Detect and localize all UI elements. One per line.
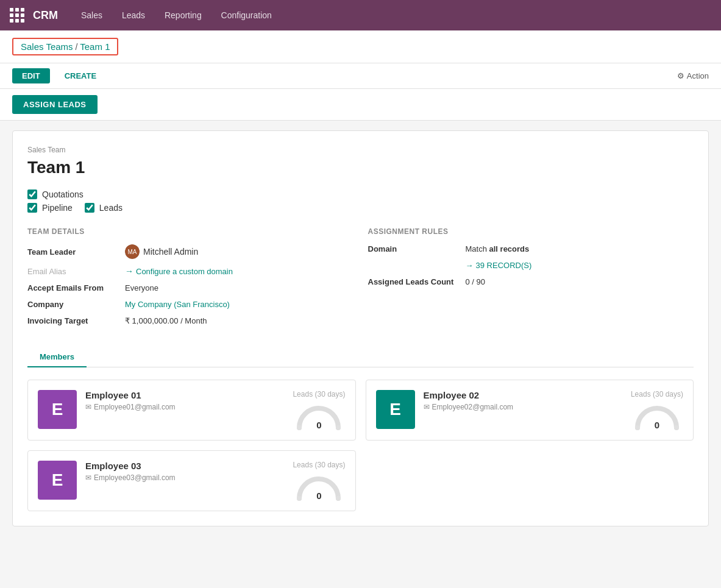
breadcrumb-parent[interactable]: Sales Teams xyxy=(21,41,73,52)
team-leader-value-container: MA Mitchell Admin xyxy=(125,244,353,259)
accept-emails-label: Accept Emails From xyxy=(27,283,125,292)
quotations-label: Quotations xyxy=(42,190,83,199)
configure-domain-link[interactable]: → Configure a custom domain xyxy=(125,266,353,276)
leads-30-label: Leads (30 days) xyxy=(631,390,683,398)
assigned-leads-label: Assigned Leads Count xyxy=(368,277,466,286)
members-grid: E Employee 01 ✉ Employee01@gmail.com Lea… xyxy=(27,380,694,511)
member-email: ✉ Employee02@gmail.com xyxy=(424,403,622,411)
team-leader-name: Mitchell Admin xyxy=(143,247,198,257)
member-leads-section: Leads (30 days) 0 xyxy=(293,390,345,430)
member-leads-section: Leads (30 days) 0 xyxy=(293,461,345,501)
member-leads-section: Leads (30 days) 0 xyxy=(631,390,683,430)
team-leader-row: Team Leader MA Mitchell Admin xyxy=(27,244,353,259)
tab-members[interactable]: Members xyxy=(27,347,87,367)
company-link[interactable]: My Company (San Francisco) xyxy=(125,300,353,309)
checkbox-quotations: Quotations xyxy=(27,190,694,199)
assign-leads-button[interactable]: ASSIGN LEADS xyxy=(12,95,98,114)
leads-30-label: Leads (30 days) xyxy=(293,461,345,469)
member-card: E Employee 02 ✉ Employee02@gmail.com Lea… xyxy=(366,380,694,441)
assigned-leads-row: Assigned Leads Count 0 / 90 xyxy=(368,277,694,286)
checkbox-pipeline: Pipeline xyxy=(27,203,73,213)
member-card: E Employee 03 ✉ Employee03@gmail.com Lea… xyxy=(27,450,356,511)
member-email: ✉ Employee01@gmail.com xyxy=(85,403,284,411)
member-name: Employee 01 xyxy=(85,390,284,400)
gauge-container: 0 xyxy=(294,474,343,501)
nav-sales[interactable]: Sales xyxy=(73,0,111,30)
email-icon: ✉ xyxy=(85,473,91,482)
checkbox-leads: Leads xyxy=(85,203,123,213)
arrow-icon: → xyxy=(466,261,474,270)
member-card: E Employee 01 ✉ Employee01@gmail.com Lea… xyxy=(27,380,356,441)
assignment-rules-title: Assignment Rules xyxy=(368,227,694,236)
nav-leads[interactable]: Leads xyxy=(113,0,154,30)
main-nav: Sales Leads Reporting Configuration xyxy=(73,0,280,30)
breadcrumb-bar: Sales Teams / Team 1 xyxy=(0,30,721,63)
assign-bar: ASSIGN LEADS xyxy=(0,89,721,121)
domain-label: Domain xyxy=(368,244,466,253)
member-avatar: E xyxy=(376,390,415,429)
arrow-icon: → xyxy=(125,266,133,276)
email-text: Employee01@gmail.com xyxy=(94,403,176,411)
member-avatar: E xyxy=(38,390,77,429)
email-alias-row: Email Alias → Configure a custom domain xyxy=(27,266,353,276)
records-row: → 39 RECORD(S) xyxy=(368,261,694,270)
email-text: Employee03@gmail.com xyxy=(94,473,176,482)
email-text: Employee02@gmail.com xyxy=(432,403,514,411)
nav-configuration[interactable]: Configuration xyxy=(213,0,280,30)
team-name-heading: Team 1 xyxy=(27,158,694,177)
accept-emails-row: Accept Emails From Everyone xyxy=(27,283,353,292)
configure-link-label: Configure a custom domain xyxy=(136,267,233,276)
checkboxes-section: Quotations Pipeline Leads xyxy=(27,190,694,213)
company-row: Company My Company (San Francisco) xyxy=(27,300,353,309)
brand-logo: CRM xyxy=(33,9,58,22)
domain-row: Domain Match all records xyxy=(368,244,694,253)
member-avatar: E xyxy=(38,461,77,500)
team-leader-label: Team Leader xyxy=(27,247,125,257)
leads-30-label: Leads (30 days) xyxy=(293,390,345,398)
tabs-bar: Members xyxy=(27,347,694,367)
left-buttons: EDIT CREATE xyxy=(12,68,106,83)
edit-button[interactable]: EDIT xyxy=(12,68,50,83)
form-card: Sales Team Team 1 Quotations Pipeline Le… xyxy=(12,130,709,526)
checkbox-row-2: Pipeline Leads xyxy=(27,203,694,213)
create-button[interactable]: CREATE xyxy=(55,68,106,83)
records-link[interactable]: → 39 RECORD(S) xyxy=(466,261,694,270)
member-info: Employee 02 ✉ Employee02@gmail.com xyxy=(424,390,622,411)
avatar: MA xyxy=(125,244,140,259)
gauge-value: 0 xyxy=(294,420,343,430)
leads-checkbox[interactable] xyxy=(85,203,94,213)
gear-icon xyxy=(677,71,684,80)
domain-value: Match all records xyxy=(466,244,694,253)
action-label: Action xyxy=(687,71,709,80)
details-grid: Team Details Team Leader MA Mitchell Adm… xyxy=(27,227,694,333)
svg-text:MA: MA xyxy=(128,249,137,255)
leads-label: Leads xyxy=(99,203,123,213)
accept-emails-value: Everyone xyxy=(125,283,353,292)
breadcrumb: Sales Teams / Team 1 xyxy=(12,38,118,55)
company-label: Company xyxy=(27,300,125,309)
main-content: Sales Team Team 1 Quotations Pipeline Le… xyxy=(0,121,721,536)
pipeline-checkbox[interactable] xyxy=(27,203,37,213)
action-bar: EDIT CREATE Action xyxy=(0,63,721,89)
sales-team-label: Sales Team xyxy=(27,146,694,154)
quotations-checkbox[interactable] xyxy=(27,190,37,199)
nav-reporting[interactable]: Reporting xyxy=(156,0,210,30)
domain-value-prefix: Match xyxy=(466,244,489,253)
invoicing-value: ₹ 1,000,000.00 / Month xyxy=(125,316,353,325)
member-name: Employee 03 xyxy=(85,461,284,471)
team-details-section: Team Details Team Leader MA Mitchell Adm… xyxy=(27,227,353,333)
breadcrumb-current: Team 1 xyxy=(80,41,110,52)
top-navigation: CRM Sales Leads Reporting Configuration xyxy=(0,0,721,30)
action-button[interactable]: Action xyxy=(677,71,709,80)
pipeline-label: Pipeline xyxy=(42,203,73,213)
apps-grid-icon[interactable] xyxy=(10,8,24,23)
invoicing-label: Invoicing Target xyxy=(27,316,125,325)
member-name: Employee 02 xyxy=(424,390,622,400)
gauge-value: 0 xyxy=(294,491,343,501)
member-info: Employee 03 ✉ Employee03@gmail.com xyxy=(85,461,284,482)
team-details-title: Team Details xyxy=(27,227,353,236)
email-icon: ✉ xyxy=(424,403,430,411)
gauge-container: 0 xyxy=(294,403,343,430)
assigned-leads-value: 0 / 90 xyxy=(466,277,694,286)
records-count: 39 RECORD(S) xyxy=(476,261,532,270)
